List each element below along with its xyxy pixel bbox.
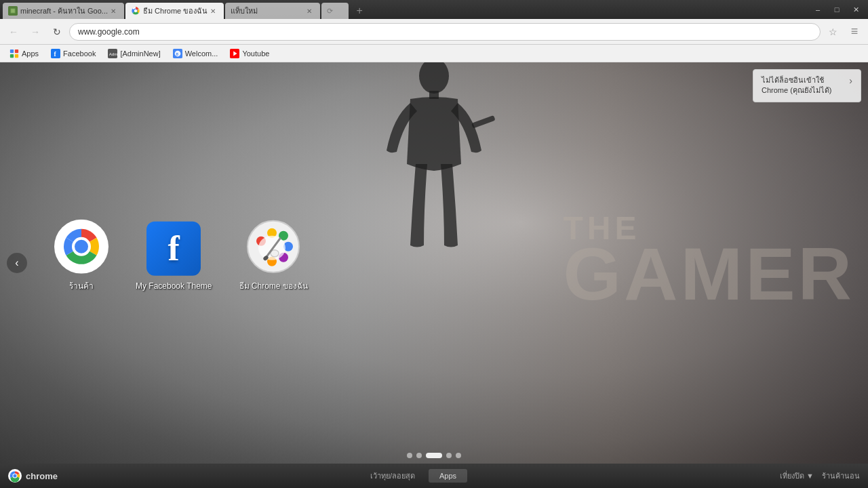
forward-button[interactable]: → — [26, 22, 45, 41]
bookmark-facebook-label: Facebook — [63, 49, 96, 58]
tab-label-chrome-theme: ธีม Chrome ของฉัน — [143, 5, 208, 17]
facebook-icon-shape: f — [146, 221, 201, 275]
bottom-bar: chrome เว้าทุย/ลอยสุด Apps เที่ยงปิด ▼ ร… — [0, 464, 868, 488]
youtube-bk-icon — [230, 49, 239, 58]
tab-close-new[interactable]: ✕ — [304, 5, 315, 16]
bookmark-apps-label: Apps — [22, 49, 39, 58]
facebook-app-icon[interactable]: f My Facebook Theme — [136, 221, 212, 290]
bottom-right-link-2[interactable]: ร้านค้านอน — [822, 470, 860, 482]
bottom-right: เที่ยงปิด ▼ ร้านค้านอน — [780, 470, 860, 482]
chrome-icon-svg — [54, 220, 108, 274]
address-bar[interactable]: www.google.com — [69, 23, 821, 41]
bookmark-star-button[interactable]: ☆ — [823, 22, 842, 41]
bookmark-welcome-label: Welcom... — [185, 49, 218, 58]
bottom-center: เว้าทุย/ลอยสุด Apps — [58, 469, 780, 483]
new-tab-button[interactable]: + — [350, 3, 369, 19]
chrome-logo-text: chrome — [26, 471, 58, 481]
gamer-overlay-text: THE GAMER — [564, 209, 854, 307]
svg-rect-6 — [10, 49, 14, 52]
dot-2[interactable] — [416, 453, 422, 458]
chrome-theme-app-label: ธีม Chrome ของฉัน — [239, 279, 308, 292]
carousel-prev-button[interactable]: ‹ — [7, 253, 27, 273]
tab-favicon-chrome-theme — [131, 6, 140, 16]
apps-icon — [9, 49, 19, 58]
svg-rect-21 — [471, 115, 495, 128]
bookmark-welcome[interactable]: 8 Welcom... — [167, 46, 224, 61]
svg-rect-7 — [15, 49, 18, 52]
close-button[interactable]: ✕ — [846, 3, 865, 16]
bottom-link-1[interactable]: เว้าทุย/ลอยสุด — [370, 470, 415, 482]
silhouette-svg — [373, 62, 495, 286]
chrome-app-label: ร้านค้า — [69, 279, 94, 292]
svg-text:Adm: Adm — [109, 51, 117, 56]
menu-button[interactable]: ≡ — [845, 22, 864, 41]
paint-icon-svg — [246, 220, 300, 274]
dot-5[interactable] — [456, 453, 461, 458]
tab-minecraft[interactable]: minecraft - ค้นหาใน Goo... ✕ — [3, 3, 124, 19]
welcome-icon: 8 — [173, 49, 182, 58]
notification-arrow[interactable]: › — [849, 75, 852, 86]
minimize-button[interactable]: – — [808, 3, 827, 16]
bookmarks-bar: Apps f Facebook Adm [AdminNew] 8 Welcom.… — [0, 45, 868, 62]
adminnew-icon: Adm — [108, 49, 117, 58]
bookmark-adminnew-label: [AdminNew] — [120, 49, 160, 58]
chrome-theme-app-icon[interactable]: ธีม Chrome ของฉัน — [239, 220, 308, 292]
tab-loading[interactable]: ⟳ — [321, 3, 349, 19]
gamer-text: GAMER — [564, 240, 854, 307]
reload-button[interactable]: ↻ — [47, 22, 66, 41]
progress-dots — [407, 453, 461, 458]
tab-new[interactable]: แท็บใหม่ ✕ — [225, 3, 320, 19]
tab-strip: minecraft - ค้นหาใน Goo... ✕ ธีม Chrome … — [0, 0, 808, 19]
svg-point-38 — [14, 474, 17, 478]
apps-area: ร้านค้า f My Facebook Theme — [54, 220, 308, 292]
chrome-app-icon[interactable]: ร้านค้า — [54, 220, 108, 292]
bookmark-youtube[interactable]: Youtube — [224, 46, 275, 61]
bookmark-youtube-label: Youtube — [242, 49, 269, 58]
nav-bar: ← → ↻ www.google.com ☆ ≡ — [0, 19, 868, 45]
svg-rect-8 — [10, 54, 14, 57]
tab-label-new: แท็บใหม่ — [231, 5, 304, 17]
address-text: www.google.com — [78, 27, 140, 37]
svg-rect-2 — [11, 9, 14, 12]
tab-label-minecraft: minecraft - ค้นหาใน Goo... — [20, 5, 108, 17]
bookmark-apps[interactable]: Apps — [4, 46, 44, 61]
svg-text:8: 8 — [176, 51, 178, 56]
tab-chrome-theme[interactable]: ธีม Chrome ของฉัน ✕ — [125, 3, 224, 19]
facebook-app-label: My Facebook Theme — [136, 281, 212, 290]
dot-1[interactable] — [407, 453, 412, 458]
dot-3[interactable] — [426, 453, 442, 458]
tab-close-minecraft[interactable]: ✕ — [108, 5, 119, 16]
maximize-button[interactable]: □ — [827, 3, 846, 16]
facebook-bk-icon: f — [51, 49, 60, 58]
figure-silhouette — [373, 62, 495, 286]
svg-point-19 — [419, 62, 449, 94]
main-content: THE GAMER — [0, 62, 868, 464]
tab-favicon-minecraft — [8, 6, 18, 16]
chrome-logo-icon — [8, 469, 22, 483]
tab-close-chrome-theme[interactable]: ✕ — [208, 5, 218, 16]
bookmark-facebook[interactable]: f Facebook — [45, 46, 101, 61]
notification-banner: ไม่ได้ล็อซอินเข้าใช้ Chrome (คุณยังไม่ได… — [753, 69, 861, 102]
window-controls: – □ ✕ — [808, 3, 868, 16]
svg-rect-9 — [15, 54, 18, 57]
title-bar: minecraft - ค้นหาใน Goo... ✕ ธีม Chrome … — [0, 0, 868, 19]
bottom-right-link-1[interactable]: เที่ยงปิด ▼ — [780, 470, 814, 482]
back-button[interactable]: ← — [4, 22, 23, 41]
bookmark-adminnew[interactable]: Adm [AdminNew] — [102, 46, 165, 61]
chrome-bottom-logo: chrome — [8, 469, 58, 483]
svg-point-24 — [75, 240, 88, 253]
svg-point-5 — [134, 9, 137, 12]
bottom-apps-button[interactable]: Apps — [429, 469, 467, 483]
dot-4[interactable] — [446, 453, 452, 458]
notification-text: ไม่ได้ล็อซอินเข้าใช้ Chrome (คุณยังไม่ได… — [762, 75, 846, 96]
tab-label-loading: ⟳ — [327, 7, 343, 16]
